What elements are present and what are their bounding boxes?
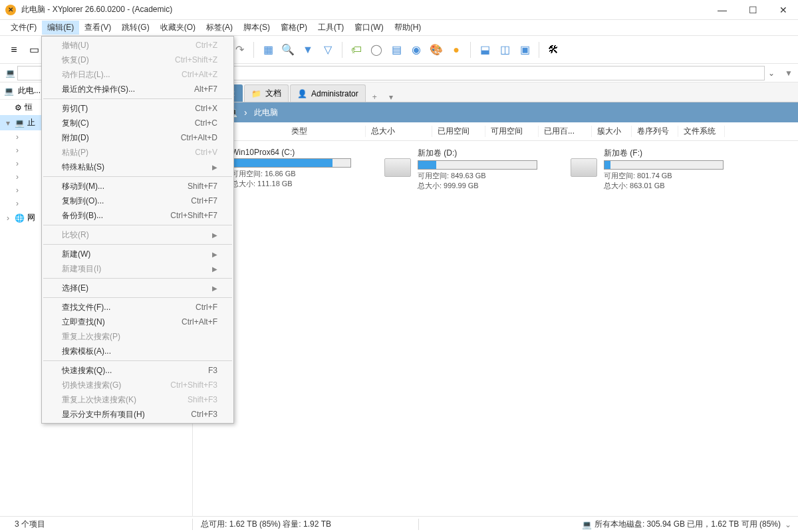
menu-item-2: 动作日志(L)...Ctrl+Alt+Z (42, 67, 233, 82)
drive-1[interactable]: 新加卷 (D:)可用空间: 849.63 GB总大小: 999.99 GB (384, 148, 537, 192)
expand-icon[interactable]: › (13, 172, 21, 182)
split-v-icon[interactable]: ◫ (496, 41, 513, 59)
menu-item-label: 比较(R) (62, 229, 212, 241)
menu-item-30[interactable]: 显示分支中所有项目(H)Ctrl+F3 (42, 407, 233, 422)
expand-icon[interactable]: › (13, 146, 21, 155)
window-title: 此电脑 - XYplorer 26.60.0200 - (Academic) (21, 4, 713, 15)
submenu-arrow-icon: ▶ (212, 164, 217, 171)
maximize-button[interactable]: ☐ (743, 5, 762, 15)
menu-0[interactable]: 文件(F) (5, 21, 42, 35)
tab-2[interactable]: 👤Administrator (290, 84, 366, 102)
menu-item-label: 立即查找(N) (62, 317, 182, 328)
path-segment[interactable]: 此电脑 (254, 107, 278, 118)
palette-icon[interactable]: 🎨 (428, 41, 445, 59)
sidebar-top-label[interactable]: 此电... (18, 85, 41, 96)
node-label: 网 (27, 212, 35, 223)
column-header-5[interactable]: 簇大小 (592, 126, 632, 137)
menu-item-12[interactable]: 复制到(O)...Ctrl+F7 (42, 194, 233, 208)
menu-item-0: 撤销(U)Ctrl+Z (42, 38, 233, 53)
menu-item-9[interactable]: 特殊粘贴(S)▶ (42, 160, 233, 174)
panel-icon[interactable]: ▭ (25, 41, 43, 59)
column-header-6[interactable]: 卷序列号 (632, 126, 678, 137)
expand-icon[interactable]: › (13, 186, 21, 195)
menu-item-20[interactable]: 选择(E)▶ (42, 281, 233, 295)
menu-item-label: 复制到(O)... (62, 196, 191, 207)
close-button[interactable]: ✕ (774, 5, 793, 15)
menu-item-6[interactable]: 复制(C)Ctrl+C (42, 116, 233, 130)
expand-icon[interactable]: › (13, 159, 21, 168)
settings-icon[interactable]: 🛠 (545, 41, 562, 59)
edit-menu-dropdown: 撤销(U)Ctrl+Z恢复(D)Ctrl+Shift+Z动作日志(L)...Ct… (41, 36, 234, 424)
drive-2[interactable]: 新加卷 (F:)可用空间: 801.74 GB总大小: 863.01 GB (571, 148, 724, 192)
menu-item-shortcut: Ctrl+F (196, 303, 217, 312)
computer-icon: 💻 (4, 86, 14, 96)
filter2-icon[interactable]: ▽ (319, 41, 336, 59)
drives-list: Win10Prox64 (C:)可用空间: 16.86 GB总大小: 111.1… (193, 141, 798, 198)
content: 💻脑✕📁文档👤Administrator+▾ ◄ ≡ 💻 › 此电脑 ︿ 类型总… (193, 82, 798, 516)
drive-total: 总大小: 863.01 GB (604, 181, 724, 191)
menu-item-17[interactable]: 新建(W)▶ (42, 247, 233, 261)
menu-separator (43, 176, 232, 177)
globe-icon[interactable]: ◉ (408, 41, 425, 59)
menu-item-shortcut: Shift+F7 (188, 182, 217, 191)
tab-icon: 👤 (297, 89, 307, 98)
list-icon[interactable]: ≡ (5, 41, 23, 59)
menu-1[interactable]: 编辑(E) (42, 21, 79, 35)
menu-item-11[interactable]: 移动到(M)...Shift+F7 (42, 179, 233, 194)
menu-separator (43, 225, 232, 225)
search-icon[interactable]: 🔍 (279, 41, 297, 59)
menu-10[interactable]: 帮助(H) (389, 21, 427, 35)
filter-toggle-icon[interactable]: ▼ (785, 68, 793, 78)
menu-item-label: 重复上次搜索(P) (62, 331, 217, 342)
column-header-3[interactable]: 可用空间 (485, 126, 539, 137)
filter-icon[interactable]: ▼ (299, 41, 317, 59)
menu-item-7[interactable]: 附加(D)Ctrl+Alt+D (42, 130, 233, 145)
menu-item-label: 重复上次快速搜索(K) (62, 394, 188, 406)
tab-menu-button[interactable]: ▾ (384, 92, 398, 102)
drive-name: 新加卷 (F:) (604, 148, 724, 159)
view-icon[interactable]: ▦ (259, 41, 277, 59)
ball-icon[interactable]: ● (448, 41, 465, 59)
drive-name: Win10Prox64 (C:) (231, 148, 351, 157)
menu-item-23[interactable]: 立即查找(N)Ctrl+Alt+F (42, 315, 233, 329)
menu-8[interactable]: 工具(T) (313, 21, 349, 35)
expand-icon[interactable]: ▾ (4, 118, 12, 128)
menu-2[interactable]: 查看(V) (79, 21, 116, 35)
menu-5[interactable]: 标签(A) (201, 21, 238, 35)
menu-item-5[interactable]: 剪切(T)Ctrl+X (42, 101, 233, 116)
minimize-button[interactable]: — (713, 5, 732, 15)
expand-icon[interactable]: › (13, 199, 21, 208)
menu-4[interactable]: 收藏夹(O) (155, 21, 201, 35)
column-header-0[interactable]: 类型 (286, 126, 366, 137)
submenu-arrow-icon: ▶ (212, 231, 217, 239)
layout-icon[interactable]: ▣ (516, 41, 533, 59)
menu-item-shortcut: Ctrl+Shift+F3 (170, 380, 217, 390)
column-header-2[interactable]: 已用空间 (432, 126, 485, 137)
expand-icon[interactable]: › (4, 213, 12, 223)
menu-6[interactable]: 脚本(S) (238, 21, 275, 35)
menu-item-22[interactable]: 查找文件(F)...Ctrl+F (42, 300, 233, 315)
menu-item-13[interactable]: 备份到(B)...Ctrl+Shift+F7 (42, 208, 233, 223)
drive-free: 可用空间: 849.63 GB (418, 171, 537, 181)
menu-9[interactable]: 窗口(W) (349, 21, 388, 35)
menu-7[interactable]: 窗格(P) (275, 21, 313, 35)
calc-icon[interactable]: ▤ (388, 41, 405, 59)
menu-item-3[interactable]: 最近的文件操作(S)...Alt+F7 (42, 82, 233, 96)
menu-item-15: 比较(R)▶ (42, 227, 233, 242)
column-header-4[interactable]: 已用百... (539, 126, 592, 137)
tab-label: Administrator (311, 89, 358, 98)
chevron-down-icon[interactable]: ⌄ (785, 520, 791, 529)
menu-item-25[interactable]: 搜索模板(A)... (42, 344, 233, 358)
split-h-icon[interactable]: ⬓ (476, 41, 493, 59)
menu-item-shortcut: Ctrl+X (195, 104, 217, 113)
tag-icon[interactable]: 🏷 (348, 41, 365, 59)
tab-add-button[interactable]: + (367, 92, 382, 102)
menu-item-27[interactable]: 快速搜索(Q)...F3 (42, 363, 233, 378)
tab-1[interactable]: 📁文档 (244, 84, 289, 102)
column-header-1[interactable]: 总大小 (366, 126, 432, 137)
address-dropdown[interactable]: ⌄ (765, 68, 778, 78)
menu-3[interactable]: 跳转(G) (116, 21, 154, 35)
expand-icon[interactable]: › (13, 132, 21, 142)
circle-icon[interactable]: ◯ (368, 41, 385, 59)
column-header-7[interactable]: 文件系统 (678, 126, 725, 137)
